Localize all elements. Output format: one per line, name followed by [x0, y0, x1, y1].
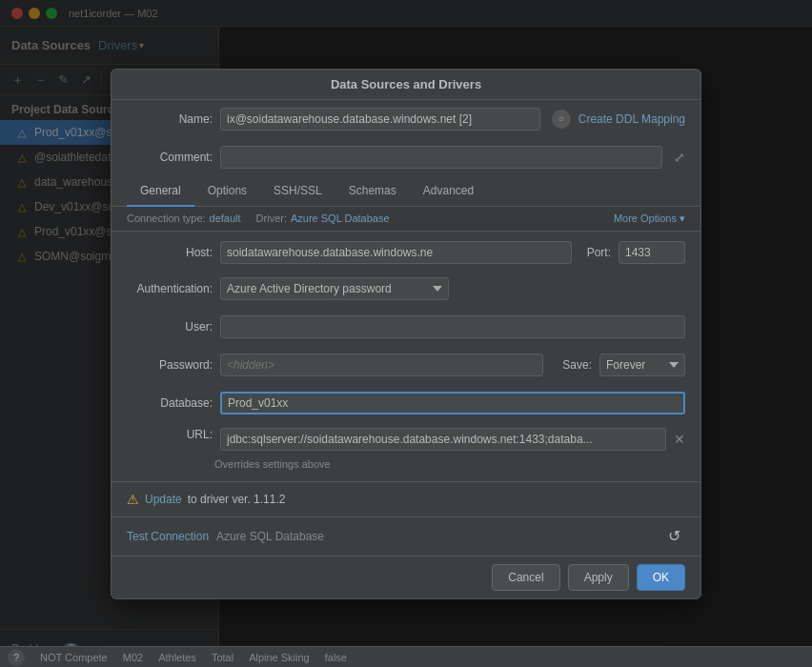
fields-area: Host: Port: Authentication: Azure Active…	[112, 232, 700, 481]
modal-overlay: Data Sources and Drivers Name: ○ Create …	[0, 0, 812, 667]
host-input[interactable]	[220, 241, 572, 264]
password-label: Password:	[127, 358, 213, 372]
port-input[interactable]	[619, 241, 685, 264]
driver-value[interactable]: Azure SQL Database	[291, 212, 390, 224]
user-input[interactable]	[220, 315, 685, 338]
tab-options[interactable]: Options	[194, 176, 260, 207]
password-input[interactable]	[220, 354, 543, 376]
cancel-button[interactable]: Cancel	[492, 564, 559, 591]
update-link[interactable]: Update	[145, 493, 182, 506]
modal-button-row: Cancel Apply OK	[112, 556, 700, 598]
tab-advanced[interactable]: Advanced	[410, 176, 487, 207]
footer-driver-label: Azure SQL Database	[216, 530, 324, 543]
host-label: Host:	[127, 246, 213, 259]
modal-title: Data Sources and Drivers	[331, 77, 481, 91]
user-row: User:	[112, 308, 700, 346]
statusbar: ? NOT Compete M02 Athletes Total Alpine …	[0, 646, 812, 667]
password-row: Password: Save: ForeverNeverUntil restar…	[112, 346, 700, 384]
status-item-4: Total	[212, 652, 233, 663]
url-hint: Overrides settings above	[112, 456, 700, 477]
status-item-2: M02	[123, 652, 143, 663]
modal-titlebar: Data Sources and Drivers	[112, 70, 700, 100]
auth-label: Authentication:	[127, 282, 213, 295]
url-clear-button[interactable]: ✕	[674, 432, 685, 447]
port-label: Port:	[587, 246, 611, 259]
connection-type-value[interactable]: default	[210, 212, 241, 224]
comment-label: Comment:	[127, 151, 213, 164]
driver-label: Driver:	[256, 212, 287, 224]
ide-background: net1icorder — M02 Data Sources Drivers ▾…	[0, 0, 812, 667]
comment-row: Comment: ⤢	[112, 138, 700, 176]
status-item-6: false	[325, 652, 347, 663]
auth-select[interactable]: Azure Active Directory passwordSQL Serve…	[220, 277, 449, 300]
name-input[interactable]	[220, 108, 540, 131]
connection-bar: Connection type: default Driver: Azure S…	[112, 207, 700, 232]
host-row: Host: Port:	[112, 235, 700, 270]
ok-button[interactable]: OK	[637, 564, 685, 591]
database-input[interactable]	[220, 392, 685, 414]
modal-footer: Test Connection Azure SQL Database ↺	[112, 516, 700, 556]
database-row: Database:	[112, 384, 700, 422]
tabs-row: General Options SSH/SSL Schemas Advanced	[112, 176, 700, 207]
url-row: URL: ✕	[112, 422, 700, 456]
modal-warning: ⚠ Update to driver ver. 1.11.2	[112, 481, 700, 516]
datasource-dialog: Data Sources and Drivers Name: ○ Create …	[111, 69, 701, 599]
test-connection-button[interactable]: Test Connection	[127, 530, 209, 543]
status-item-3: Athletes	[158, 652, 196, 663]
name-row: Name: ○ Create DDL Mapping	[112, 100, 700, 138]
comment-input[interactable]	[220, 146, 662, 169]
help-button[interactable]: ?	[8, 649, 25, 666]
auth-row: Authentication: Azure Active Directory p…	[112, 270, 700, 308]
database-label: Database:	[127, 396, 213, 410]
name-label: Name:	[127, 112, 213, 126]
url-label: URL:	[127, 428, 213, 441]
save-select[interactable]: ForeverNeverUntil restart	[599, 354, 685, 376]
connection-type-label: Connection type:	[127, 212, 206, 224]
save-label: Save:	[562, 358, 592, 372]
reset-button[interactable]: ↺	[662, 525, 685, 548]
comment-expand-icon[interactable]: ⤢	[674, 150, 685, 165]
status-item-5: Alpine Skiing	[249, 652, 310, 663]
tab-general[interactable]: General	[127, 176, 194, 207]
warning-icon: ⚠	[127, 492, 139, 507]
tab-schemas[interactable]: Schemas	[335, 176, 410, 207]
tab-sshssl[interactable]: SSH/SSL	[260, 176, 335, 207]
apply-button[interactable]: Apply	[568, 564, 629, 591]
name-badge: ○	[552, 110, 571, 129]
warning-text: to driver ver. 1.11.2	[188, 493, 286, 506]
create-ddl-link[interactable]: Create DDL Mapping	[579, 112, 685, 126]
user-label: User:	[127, 320, 213, 334]
url-input[interactable]	[220, 428, 666, 451]
status-item-1: NOT Compete	[40, 652, 108, 663]
more-options-button[interactable]: More Options ▾	[614, 212, 685, 225]
